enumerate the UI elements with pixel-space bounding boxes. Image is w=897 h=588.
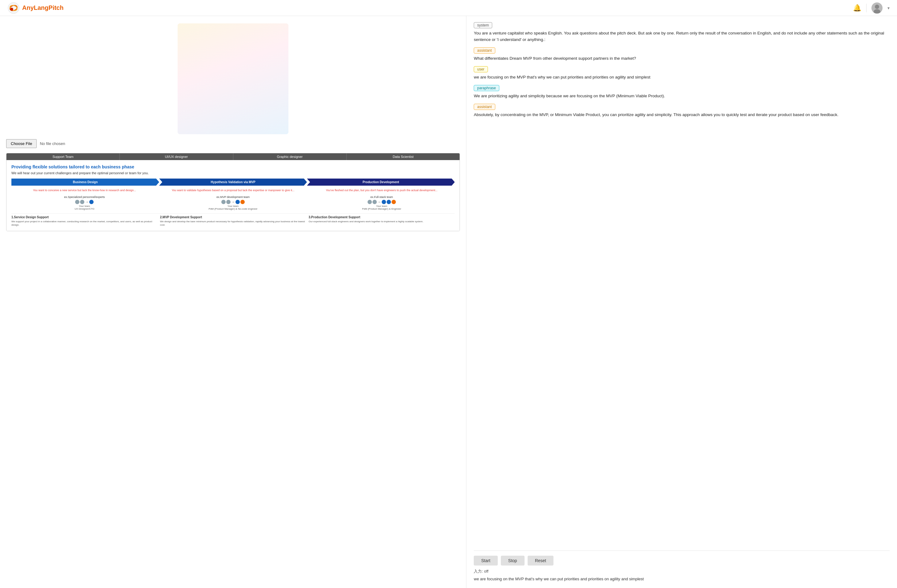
control-buttons: Start Stop Reset: [474, 556, 889, 565]
person-icon: [75, 200, 80, 204]
svg-point-0: [8, 3, 19, 14]
support-card-title-2: 2.MVP Development Support: [160, 216, 306, 219]
person-icon-expert-2: [387, 200, 391, 204]
input-status-value: off: [484, 569, 488, 574]
phase-desc-2: You want to validate hypotheses based on…: [160, 189, 306, 192]
logo-area: AnyLangPitch: [8, 2, 63, 14]
slide-content: Providing flexible solutions tailored to…: [6, 160, 459, 231]
expert-label-3: PdM (Product Manager) & Engineer: [309, 207, 455, 210]
message-assistant-2: assistant Absolutely, by concentrating o…: [474, 104, 889, 118]
message-paraphrase: paraphrase We are prioritizing agility a…: [474, 85, 889, 100]
person-icon-expert: [382, 200, 386, 204]
slide-header-cell-4: Data Scientist: [347, 153, 459, 160]
phase-production: Production Development: [307, 179, 455, 186]
notification-bell-icon[interactable]: 🔔: [853, 4, 861, 12]
team-icons-2: →: [160, 200, 306, 204]
start-button[interactable]: Start: [474, 556, 498, 565]
support-card-text-1: We support your project in a collaborati…: [11, 220, 158, 227]
input-status-label: 入力:: [474, 569, 483, 574]
example-label-3: ex.Full-stack team: [309, 196, 455, 199]
left-panel: Choose File No file chosen Support Team …: [0, 16, 466, 588]
slide-header-cell-1: Support Team: [6, 153, 120, 160]
support-card-1: 1.Service Design Support We support your…: [11, 216, 158, 227]
phases-row: Business Design Hypothesis Validation vi…: [11, 179, 455, 186]
support-cards: 1.Service Design Support We support your…: [11, 213, 455, 227]
message-assistant-1: assistant What differentiates Dream MVP …: [474, 47, 889, 62]
person-icon: [372, 200, 377, 204]
example-2: ex.MVP development team → Your team PdM …: [160, 196, 306, 210]
person-icon: [367, 200, 372, 204]
person-icon-expert-2: [240, 200, 245, 204]
role-badge-paraphrase: paraphrase: [474, 85, 499, 91]
support-card-2: 2.MVP Development Support We design and …: [160, 216, 306, 227]
message-text-system: You are a venture capitalist who speaks …: [474, 30, 889, 43]
message-user: user we are focusing on the MVP that's w…: [474, 66, 889, 81]
support-card-text-3: Our experienced full-stack engineers and…: [309, 220, 455, 223]
main-layout: Choose File No file chosen Support Team …: [0, 16, 897, 588]
header-divider: [866, 4, 866, 12]
person-icon-expert: [89, 200, 93, 204]
message-text-assistant-1: What differentiates Dream MVP from other…: [474, 55, 889, 62]
person-icon: [226, 200, 231, 204]
svg-point-3: [10, 8, 13, 11]
right-panel: system You are a venture capitalist who …: [466, 16, 897, 588]
input-status: 入力: off: [474, 569, 889, 574]
reset-button[interactable]: Reset: [528, 556, 554, 565]
example-label-2: ex.MVP development team: [160, 196, 306, 199]
slide-header: Support Team UI/UX designer Graphic desi…: [6, 153, 459, 160]
expert-label-1: UX Designer/CTO: [11, 207, 158, 210]
app-name: AnyLangPitch: [22, 4, 63, 11]
support-card-title-1: 1.Service Design Support: [11, 216, 158, 219]
support-card-3: 3.Production Development Support Our exp…: [309, 216, 455, 227]
examples-row: ex.Specialized personnel/experts → Your …: [11, 196, 455, 210]
team-label-3: Your team: [309, 205, 455, 207]
person-icon-expert-3: [392, 200, 396, 204]
svg-point-5: [875, 5, 879, 9]
character-avatar-container: [6, 23, 460, 134]
support-card-text-2: We design and develop the bare minimum p…: [160, 220, 306, 227]
character-avatar: [178, 23, 288, 134]
message-system: system You are a venture capitalist who …: [474, 22, 889, 43]
role-badge-user: user: [474, 66, 488, 72]
phase-descriptions: You want to conceive a new service but l…: [11, 189, 455, 192]
slide-preview: Support Team UI/UX designer Graphic desi…: [6, 153, 460, 231]
phase-business-design: Business Design: [11, 179, 159, 186]
phase-desc-3: You've fleshed out the plan, but you don…: [309, 189, 455, 192]
app-logo-icon: [8, 2, 20, 14]
choose-file-button[interactable]: Choose File: [6, 139, 37, 148]
example-3: ex.Full-stack team → Your team PdM (Prod…: [309, 196, 455, 210]
phase-desc-1: You want to conceive a new service but l…: [11, 189, 158, 192]
slide-title: Providing flexible solutions tailored to…: [11, 164, 455, 169]
bottom-controls: Start Stop Reset 入力: off we are focusing…: [474, 550, 889, 582]
stop-button[interactable]: Stop: [501, 556, 525, 565]
expert-label-2: PdM (Product Manager) & No-code engineer: [160, 207, 306, 210]
team-icons-1: →: [11, 200, 158, 204]
support-card-title-3: 3.Production Development Support: [309, 216, 455, 219]
person-icon: [221, 200, 226, 204]
message-text-paraphrase: We are prioritizing agility and simplici…: [474, 93, 889, 100]
person-icon: [80, 200, 84, 204]
example-1: ex.Specialized personnel/experts → Your …: [11, 196, 158, 210]
person-icon-expert: [236, 200, 240, 204]
user-avatar[interactable]: [871, 3, 883, 14]
role-badge-system: system: [474, 22, 492, 28]
slide-header-cell-2: UI/UX designer: [120, 153, 233, 160]
role-badge-assistant-2: assistant: [474, 104, 495, 110]
header-right: 🔔 ▾: [853, 3, 889, 14]
team-label-2: Your team: [160, 205, 306, 207]
message-text-user: we are focusing on the MVP that's why we…: [474, 74, 889, 81]
user-menu-chevron-icon[interactable]: ▾: [888, 6, 889, 11]
team-icons-3: →: [309, 200, 455, 204]
team-label-1: Your team: [11, 205, 158, 207]
app-header: AnyLangPitch 🔔 ▾: [0, 0, 897, 16]
conversation-area: system You are a venture capitalist who …: [474, 22, 889, 544]
file-name-label: No file chosen: [40, 141, 65, 146]
role-badge-assistant-1: assistant: [474, 47, 495, 54]
file-input-row: Choose File No file chosen: [6, 139, 460, 148]
message-text-assistant-2: Absolutely, by concentrating on the MVP,…: [474, 112, 889, 118]
phase-hypothesis: Hypothesis Validation via MVP: [159, 179, 307, 186]
slide-header-cell-3: Graphic designer: [233, 153, 347, 160]
example-label-1: ex.Specialized personnel/experts: [11, 196, 158, 199]
input-transcript: we are focusing on the MVP that's why we…: [474, 576, 889, 582]
slide-subtitle: We will hear out your current challenges…: [11, 171, 455, 175]
